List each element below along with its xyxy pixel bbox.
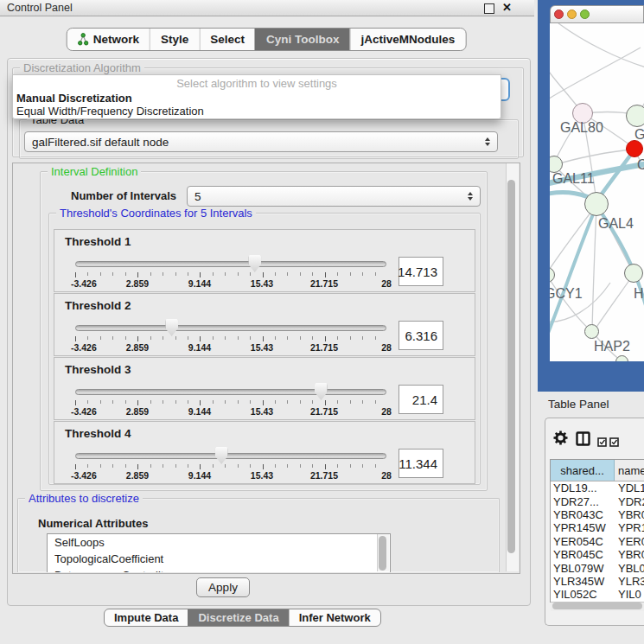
cell-shared-name[interactable]: YER054C (551, 535, 614, 548)
tab-select[interactable]: Select (199, 29, 255, 50)
cell-name[interactable]: YBR0 (614, 508, 644, 521)
node-selected-red[interactable] (626, 140, 643, 157)
cell-name[interactable]: YDR2 (614, 495, 644, 508)
float-window-icon[interactable] (484, 3, 494, 14)
node-label-gal4: GAL4 (598, 216, 634, 232)
cell-shared-name[interactable]: YDL19... (551, 481, 614, 494)
tab-discretize-data[interactable]: Discretize Data (188, 609, 288, 626)
control-panel-titlebar: Control Panel (0, 0, 534, 16)
settings-scrollbar-thumb[interactable] (507, 180, 515, 553)
tab-jactivemnodules[interactable]: jActiveMNodules (350, 29, 466, 50)
node-gal4[interactable] (584, 192, 609, 216)
table-row[interactable]: YBR045C YBR0 (551, 548, 644, 561)
tab-impute-data[interactable]: Impute Data (105, 609, 188, 626)
table-row[interactable]: YER054C YER0 (551, 535, 644, 548)
gear-icon[interactable] (553, 430, 568, 449)
column-header-name[interactable]: name (615, 460, 644, 481)
close-icon[interactable]: ✕ (502, 1, 512, 14)
node-label-hap2: HAP2 (594, 339, 630, 354)
threshold-2-slider-thumb[interactable] (165, 319, 178, 336)
cell-name[interactable]: YBL0 (614, 562, 644, 575)
tab-network[interactable]: Network (67, 29, 150, 50)
tab-style-label: Style (161, 33, 188, 46)
threshold-1-value-field[interactable]: 14.713 (399, 257, 443, 286)
tick-label: 9.144 (188, 342, 211, 353)
threshold-2-label: Threshold 2 (65, 299, 131, 312)
cell-shared-name[interactable]: YIL052C (551, 588, 614, 601)
tick-label: 21.715 (310, 470, 338, 481)
apply-button[interactable]: Apply (196, 577, 250, 597)
cell-shared-name[interactable]: YBL079W (551, 562, 614, 575)
tab-infer-network[interactable]: Infer Network (289, 609, 380, 626)
threshold-3-slider-thumb[interactable] (315, 383, 328, 400)
attributes-list-scrollbar-thumb[interactable] (379, 536, 386, 571)
threshold-4-slider[interactable] (75, 453, 386, 460)
list-item[interactable]: SelfLoops (48, 534, 390, 551)
minimize-traffic-light[interactable] (567, 10, 577, 19)
node-hap2[interactable] (584, 324, 599, 339)
checkbox-icon[interactable] (609, 435, 619, 450)
table-row[interactable]: YLR345W YLR3 (551, 575, 644, 588)
algorithm-dropdown-popup: Select algorithm to view settings Manual… (12, 74, 501, 119)
network-canvas[interactable]: GAL80 GA C GAL11 GAL4 GCY1 H HAP2 (550, 23, 644, 361)
slider-track[interactable] (75, 261, 386, 267)
node-top-right[interactable] (626, 105, 644, 127)
slider-tick-labels: -3.426 2.859 9.144 15.43 21.715 28 (75, 470, 386, 481)
node-h[interactable] (624, 264, 643, 283)
threshold-2-slider[interactable] (75, 325, 386, 332)
dropdown-option-manual[interactable]: Manual Discretization (13, 92, 501, 105)
network-icon (78, 33, 89, 46)
tick-label: 21.715 (310, 278, 338, 289)
number-of-intervals-combobox[interactable]: 5 (187, 186, 481, 207)
threshold-4-slider-thumb[interactable] (215, 447, 228, 464)
threshold-1-slider[interactable] (75, 261, 386, 268)
table-row[interactable]: YBL079W YBL0 (551, 561, 644, 574)
node-label-ga: GA (634, 127, 644, 143)
table-row[interactable]: YPR145W YPR1 (551, 521, 644, 534)
numerical-attributes-label: Numerical Attributes (38, 517, 148, 530)
threshold-1-slider-thumb[interactable] (248, 255, 261, 272)
cell-shared-name[interactable]: YBR045C (551, 548, 614, 561)
list-item[interactable]: TopologicalCoefficient (48, 551, 390, 567)
close-traffic-light[interactable] (554, 10, 564, 19)
screen: Control Panel ✕ Network Style Select Cyn… (0, 0, 644, 644)
tab-style[interactable]: Style (150, 29, 199, 50)
tick-label: -3.426 (71, 470, 97, 481)
tab-cyni-toolbox[interactable]: Cyni Toolbox (255, 29, 350, 50)
table-row[interactable]: YDL19... YDL1 (551, 481, 644, 494)
threshold-3-slider[interactable] (75, 389, 386, 396)
tick-label: 15.43 (251, 406, 273, 417)
cell-shared-name[interactable]: YBR043C (551, 508, 614, 521)
tick-label: 9.144 (188, 406, 211, 417)
cell-name[interactable]: YIL0 (614, 588, 644, 601)
cell-shared-name[interactable]: YPR145W (551, 521, 614, 534)
slider-track[interactable] (75, 389, 386, 395)
table-row[interactable]: YDR27... YDR2 (551, 494, 644, 507)
cell-name[interactable]: YER0 (614, 535, 644, 548)
slider-track[interactable] (75, 453, 386, 459)
slider-track[interactable] (75, 325, 386, 331)
table-row[interactable]: YIL052C YIL0 (551, 588, 644, 601)
table-row[interactable]: YBR043C YBR0 (551, 508, 644, 521)
tab-select-label: Select (210, 33, 245, 46)
list-item[interactable]: BetweennessCentrality (48, 567, 390, 572)
node-label-c: C (637, 157, 644, 173)
network-window-titlebar[interactable] (550, 5, 644, 23)
table-data-combobox[interactable]: galFiltered.sif default node (24, 131, 498, 152)
cell-name[interactable]: YDL1 (614, 481, 644, 494)
table-hscrollbar-thumb[interactable] (552, 603, 642, 609)
cell-shared-name[interactable]: YDR27... (551, 495, 614, 508)
checkbox-icon[interactable] (597, 435, 607, 450)
cell-name[interactable]: YPR1 (614, 521, 644, 534)
column-header-shared-name[interactable]: shared... (551, 460, 615, 481)
dropdown-option-equal-width[interactable]: Equal Width/Frequency Discretization (13, 105, 501, 118)
cell-shared-name[interactable]: YLR345W (551, 575, 614, 588)
cell-name[interactable]: YBR0 (614, 548, 644, 561)
threshold-4-label: Threshold 4 (65, 427, 131, 440)
cell-name[interactable]: YLR3 (614, 575, 644, 588)
split-column-icon[interactable] (576, 431, 590, 450)
threshold-4-value-field[interactable]: 11.344 (399, 449, 443, 478)
threshold-3-value-field[interactable]: 21.4 (399, 385, 443, 414)
zoom-traffic-light[interactable] (580, 10, 590, 19)
threshold-2-value-field[interactable]: 6.316 (399, 321, 443, 350)
